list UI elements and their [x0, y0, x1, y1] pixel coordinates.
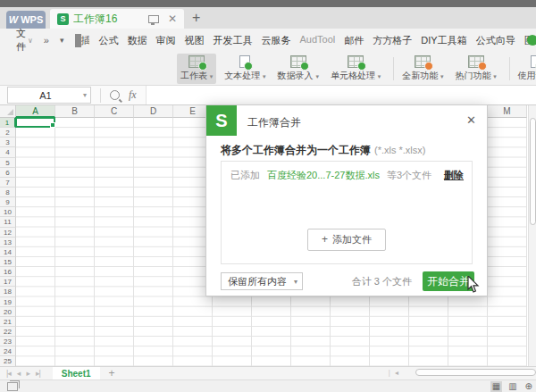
- ribbon-pin-icon[interactable]: ▾: [60, 36, 64, 45]
- ribbon-button-label: 工作表 ▾: [180, 70, 213, 82]
- delete-link[interactable]: 删除: [444, 169, 464, 182]
- badge-icon: [300, 62, 309, 71]
- row-header-2[interactable]: 2: [0, 128, 16, 138]
- menu-tab-开发工具[interactable]: 开发工具: [214, 34, 253, 47]
- name-box[interactable]: A1 ▾: [7, 87, 91, 104]
- new-tab-button[interactable]: +: [192, 11, 200, 25]
- plus-icon: +: [322, 233, 328, 246]
- table-icon: [188, 55, 205, 68]
- ribbon-button-使用说明[interactable]: 使用说明: [515, 54, 536, 84]
- row-header-5[interactable]: 5: [0, 158, 16, 168]
- ribbon-button-工作表[interactable]: 工作表 ▾: [177, 54, 216, 84]
- window-top-edge: [0, 0, 536, 7]
- quickbar-overflow-icon[interactable]: »: [44, 35, 49, 46]
- column-header-A[interactable]: A: [16, 105, 55, 118]
- fx-icon[interactable]: fx: [129, 88, 137, 102]
- sheet-nav-icon-1[interactable]: ◂: [17, 369, 21, 378]
- select-all-corner[interactable]: [0, 105, 16, 118]
- hscroll-marks[interactable]: ｜ ◂: [386, 368, 398, 378]
- dialog-logo-icon: S: [206, 105, 237, 136]
- row-header-15[interactable]: 15: [0, 257, 16, 267]
- document-icon: [239, 55, 250, 68]
- menu-tab-公式[interactable]: 公式: [99, 34, 119, 47]
- document-tab[interactable]: S 工作簿16 ✕: [50, 9, 184, 29]
- dialog-subtitle: 将多个工作簿合并为一个工作簿(*.xls *.xlsx): [221, 143, 425, 158]
- row-header-8[interactable]: 8: [0, 188, 16, 197]
- menu-file[interactable]: 文件: [16, 27, 26, 54]
- ribbon-button-全新功能[interactable]: 全新功能 ▾: [398, 54, 447, 84]
- sheet-nav-icon-0[interactable]: |◂: [6, 369, 11, 378]
- sheet-tab-sheet1[interactable]: Sheet1: [53, 367, 100, 379]
- row-header-9[interactable]: 9: [0, 197, 16, 207]
- row-header-14[interactable]: 14: [0, 247, 16, 257]
- menu-tab-邮件[interactable]: 邮件: [344, 34, 364, 47]
- vertical-scrollbar[interactable]: [528, 105, 536, 366]
- file-caret-icon[interactable]: ∨: [28, 37, 33, 45]
- row-header-22[interactable]: 22: [0, 327, 16, 337]
- row-header-11[interactable]: 11: [0, 217, 16, 227]
- row-header-7[interactable]: 7: [0, 178, 16, 188]
- window-switch-icon[interactable]: [7, 382, 18, 391]
- row-header-3[interactable]: 3: [0, 138, 16, 147]
- menu-tab-DIY工具箱[interactable]: DIY工具箱: [421, 34, 466, 47]
- menu-tab-collapsed[interactable]: 插入: [75, 34, 89, 47]
- horizontal-scrollbar[interactable]: ｜ ◂: [386, 369, 536, 377]
- sheet-nav-icon-2[interactable]: ▸: [26, 369, 29, 378]
- more-files-label: 等3个文件: [387, 169, 431, 182]
- column-header-D[interactable]: D: [134, 105, 173, 118]
- ribbon-button-文本处理[interactable]: 文本处理 ▾: [221, 54, 269, 84]
- file-list-panel: 已添加 百度经验20...7-27数据.xls 等3个文件 删除 +添加文件: [221, 161, 473, 264]
- view-icon-0[interactable]: ▦: [490, 381, 502, 392]
- namebox-caret-icon[interactable]: ▾: [83, 91, 87, 99]
- row-header-17[interactable]: 17: [0, 277, 16, 287]
- row-header-4[interactable]: 4: [0, 147, 16, 157]
- menu-tab-AudTool[interactable]: AudTool: [300, 34, 336, 47]
- ribbon-button-单元格处理[interactable]: 单元格处理 ▾: [327, 54, 384, 84]
- row-header-1[interactable]: 1: [0, 118, 16, 128]
- dialog-title: 工作簿合并: [247, 115, 301, 130]
- keep-content-select[interactable]: 保留所有内容 ▾: [221, 272, 303, 290]
- vertical-scroll-thumb[interactable]: [530, 118, 536, 225]
- add-files-button[interactable]: +添加文件: [307, 229, 386, 251]
- ribbon-button-热门功能[interactable]: 热门功能 ▾: [451, 54, 499, 84]
- view-icon-1[interactable]: ▥: [507, 381, 518, 392]
- menu-tab-审阅[interactable]: 审阅: [156, 34, 176, 47]
- presentation-icon[interactable]: [148, 15, 159, 23]
- row-header-13[interactable]: 13: [0, 238, 16, 247]
- horizontal-scroll-thumb[interactable]: [415, 369, 536, 376]
- row-header-12[interactable]: 12: [0, 228, 16, 238]
- add-sheet-button[interactable]: +: [109, 367, 115, 379]
- view-icon-2[interactable]: ⊕: [523, 381, 534, 392]
- row-header-20[interactable]: 20: [0, 307, 16, 317]
- menu-tab-公式向导[interactable]: 公式向导: [476, 34, 515, 47]
- dialog-close-icon[interactable]: ✕: [466, 113, 476, 127]
- ribbon-button-label: 数据录入 ▾: [278, 70, 319, 82]
- active-cell-a1[interactable]: [15, 117, 55, 128]
- row-header-6[interactable]: 6: [0, 168, 16, 178]
- column-header-B[interactable]: B: [55, 105, 95, 118]
- file-link[interactable]: 百度经验20...7-27数据.xls: [267, 169, 380, 182]
- formula-input[interactable]: [146, 86, 536, 104]
- wps-logo-icon: W: [9, 14, 18, 25]
- row-header-23[interactable]: 23: [0, 337, 16, 346]
- row-header-16[interactable]: 16: [0, 267, 16, 277]
- row-header-24[interactable]: 24: [0, 346, 16, 356]
- close-document-icon[interactable]: ✕: [168, 13, 177, 24]
- row-header-10[interactable]: 10: [0, 207, 16, 217]
- column-header-M[interactable]: M: [488, 105, 527, 118]
- wps-menu-button[interactable]: W WPS: [6, 11, 46, 29]
- menu-tab-视图[interactable]: 视图: [185, 34, 205, 47]
- sheet-nav-icon-3[interactable]: ▸|: [36, 369, 40, 378]
- row-header-25[interactable]: 25: [0, 356, 16, 366]
- ribbon-button-数据录入[interactable]: 数据录入 ▾: [274, 54, 322, 84]
- dropdown-caret-icon: ▾: [440, 73, 444, 79]
- column-header-C[interactable]: C: [95, 105, 134, 118]
- row-header-18[interactable]: 18: [0, 287, 16, 296]
- row-header-19[interactable]: 19: [0, 297, 16, 307]
- zoom-search-icon[interactable]: [110, 90, 120, 100]
- menu-tab-云服务[interactable]: 云服务: [262, 34, 291, 47]
- row-header-21[interactable]: 21: [0, 317, 16, 327]
- menu-tab-数据[interactable]: 数据: [128, 34, 147, 47]
- menu-tab-方方格子[interactable]: 方方格子: [373, 34, 412, 47]
- badge-icon: [244, 62, 253, 71]
